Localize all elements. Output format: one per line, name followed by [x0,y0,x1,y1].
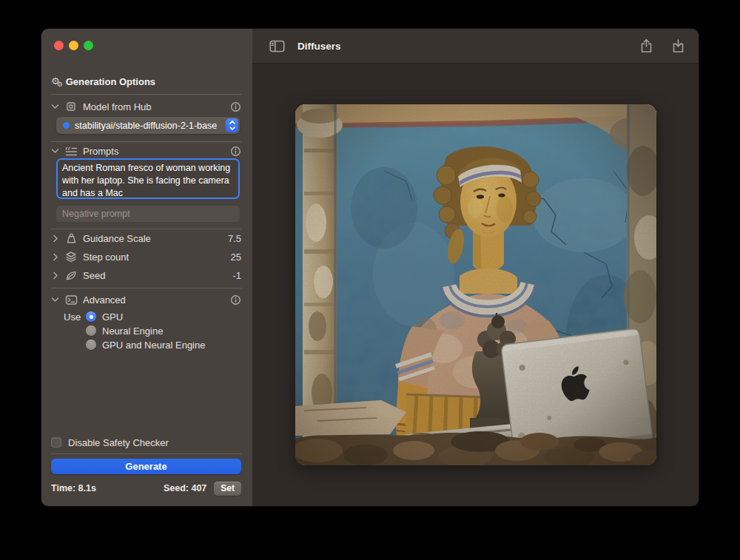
step-count-label: Step count [83,252,129,263]
compute-option-row: Use GPU [51,311,241,323]
generation-options-header: ⚙⚙ Generation Options [51,75,241,88]
chevron-down-icon[interactable] [51,148,59,154]
model-selected-value: stabilityai/stable-diffusion-2-1-base [75,121,221,131]
share-icon[interactable] [640,38,653,53]
divider [51,94,241,95]
traffic-lights [54,41,93,50]
prompts-section-row: Prompts [51,144,241,158]
compute-option-row: Neural Engine [51,325,241,337]
leaf-icon [64,270,78,281]
info-icon[interactable] [230,101,241,112]
scale-icon [64,233,78,244]
gpu-option-label: GPU [102,311,123,323]
safety-checker-label: Disable Safety Checker [68,437,169,448]
select-stepper-icon[interactable] [226,118,238,132]
negative-prompt-input[interactable] [56,206,240,222]
stack-icon [64,251,78,263]
radio-gpu-and-neural-engine[interactable] [86,340,96,350]
model-status-dot [63,122,70,129]
gpu-neural-engine-option-label: GPU and Neural Engine [102,340,205,351]
prompt-input[interactable]: Ancient Roman fresco of woman working wi… [56,158,240,199]
terminal-icon [64,294,78,306]
fresco-illustration [295,104,656,465]
image-canvas [252,64,699,506]
divider [51,288,241,289]
chevron-right-icon[interactable] [51,235,59,243]
seed-value: -1 [232,270,241,281]
disable-safety-checkbox[interactable] [51,437,61,448]
seed-row: Seed -1 [51,269,241,282]
chip-icon [64,101,78,112]
guidance-scale-row: Guidance Scale 7.5 [51,232,241,245]
toggle-sidebar-icon[interactable] [269,40,285,53]
time-status: Time: 8.1s [51,483,96,493]
window-title: Diffusers [297,41,341,52]
divider [51,229,241,229]
text-quote-icon [64,146,78,157]
step-count-value: 25 [231,252,241,263]
guidance-scale-value: 7.5 [228,233,241,244]
generation-options-label: Generation Options [66,76,155,87]
step-count-row: Step count 25 [51,250,241,263]
neural-engine-option-label: Neural Engine [102,325,163,337]
minimize-button[interactable] [69,41,78,50]
sidebar: ⚙⚙ Generation Options Model from Hub sta… [41,29,252,506]
model-section-row: Model from Hub [51,100,241,113]
divider [51,453,241,454]
radio-gpu[interactable] [86,311,96,322]
zoom-button[interactable] [84,41,93,50]
advanced-section-row: Advanced [51,293,241,306]
chevron-down-icon[interactable] [51,297,59,303]
compute-option-row: GPU and Neural Engine [51,339,241,351]
info-icon[interactable] [230,146,241,157]
use-label: Use [51,311,86,323]
radio-neural-engine[interactable] [86,325,96,336]
close-button[interactable] [54,41,64,50]
app-window: ⚙⚙ Generation Options Model from Hub sta… [41,28,699,507]
advanced-label: Advanced [83,294,126,306]
model-label: Model from Hub [83,101,151,112]
divider [51,141,241,142]
gears-icon: ⚙⚙ [51,75,60,88]
generated-image [295,104,656,465]
prompts-label: Prompts [83,146,118,157]
info-icon[interactable] [230,294,241,306]
model-select[interactable]: stabilityai/stable-diffusion-2-1-base [56,117,240,134]
generate-button[interactable]: Generate [51,459,241,474]
chevron-down-icon[interactable] [51,104,59,109]
guidance-scale-label: Guidance Scale [83,233,151,244]
set-seed-button[interactable]: Set [214,482,241,496]
main-titlebar: Diffusers [252,29,699,64]
seed-label: Seed [83,270,105,281]
status-bar: Time: 8.1s Seed: 407 Set [51,481,241,496]
chevron-right-icon[interactable] [51,271,59,280]
chevron-right-icon[interactable] [51,253,59,261]
seed-status: Seed: 407 [164,483,206,493]
main-area: Diffusers [252,29,699,506]
safety-checker-row: Disable Safety Checker [51,436,241,449]
download-icon[interactable] [672,38,684,53]
